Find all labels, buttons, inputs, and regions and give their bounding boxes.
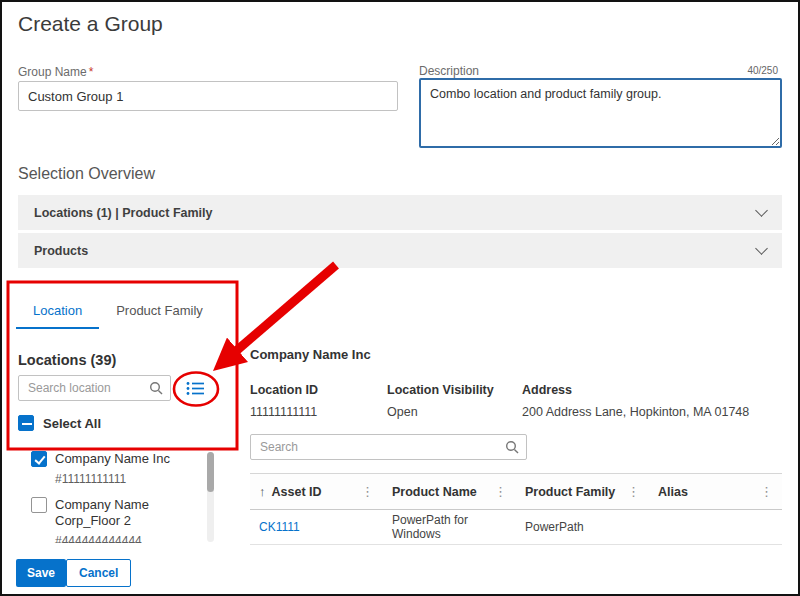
product-family-cell: PowerPath: [516, 510, 649, 544]
location-checkbox[interactable]: [31, 497, 47, 513]
asset-id-link[interactable]: CK1111: [250, 510, 383, 544]
locations-count-heading: Locations (39): [18, 352, 116, 368]
annotation-arrow: [228, 265, 336, 358]
chevron-down-icon: [755, 204, 768, 217]
accordion-label: Locations (1) | Product Family: [34, 206, 213, 220]
column-header-product-name[interactable]: Product Name ⋮: [383, 474, 516, 509]
column-menu-icon[interactable]: ⋮: [361, 484, 374, 499]
asset-search-box: [250, 434, 527, 460]
accordion-locations-product-family[interactable]: Locations (1) | Product Family: [18, 195, 782, 230]
location-id-field: Location ID 11111111111: [250, 383, 318, 419]
list-item[interactable]: Company Name Corp_Floor 2 #444444444444: [31, 497, 203, 543]
list-view-icon: [186, 381, 205, 396]
column-header-asset-id[interactable]: ↑ Asset ID ⋮: [250, 474, 383, 509]
tab-product-family[interactable]: Product Family: [99, 295, 220, 329]
tab-location[interactable]: Location: [16, 295, 99, 329]
select-all-checkbox[interactable]: [18, 415, 34, 431]
cancel-button[interactable]: Cancel: [66, 559, 131, 587]
column-label: Asset ID: [272, 485, 322, 499]
column-menu-icon[interactable]: ⋮: [760, 484, 773, 499]
left-panel-tabs: Location Product Family: [16, 295, 220, 329]
list-item[interactable]: Company Name Inc #11111111111: [31, 451, 203, 486]
asset-table: ↑ Asset ID ⋮ Product Name ⋮ Product Fami…: [250, 473, 782, 545]
field-value: Open: [387, 405, 494, 419]
table-row: CK1111 PowerPath for Windows PowerPath: [250, 510, 782, 545]
column-header-product-family[interactable]: Product Family ⋮: [516, 474, 649, 509]
list-view-button[interactable]: [179, 377, 211, 400]
location-visibility-field: Location Visibility Open: [387, 383, 494, 419]
location-id: #444444444444: [55, 534, 173, 543]
field-label: Address: [522, 383, 749, 397]
column-label: Product Name: [392, 485, 477, 499]
location-id: #11111111111: [55, 472, 170, 486]
location-item-text: Company Name Corp_Floor 2 #444444444444: [55, 497, 173, 543]
chevron-down-icon: [755, 242, 768, 255]
field-label: Location ID: [250, 383, 318, 397]
alias-cell: [649, 510, 782, 544]
group-name-label: Group Name*: [18, 65, 93, 79]
company-name-heading: Company Name Inc: [250, 347, 371, 362]
column-label: Alias: [658, 485, 688, 499]
field-label: Location Visibility: [387, 383, 494, 397]
select-all-row[interactable]: Select All: [18, 415, 101, 431]
select-all-label: Select All: [43, 416, 101, 431]
scrollbar[interactable]: [207, 452, 214, 542]
asset-table-header: ↑ Asset ID ⋮ Product Name ⋮ Product Fami…: [250, 473, 782, 510]
asset-search-input[interactable]: [251, 440, 505, 454]
search-icon: [505, 440, 519, 454]
column-menu-icon[interactable]: ⋮: [627, 484, 640, 499]
selection-overview-title: Selection Overview: [18, 165, 155, 183]
address-field: Address 200 Address Lane, Hopkinton, MA …: [522, 383, 749, 419]
column-label: Product Family: [525, 485, 615, 499]
sort-ascending-icon[interactable]: ↑: [259, 484, 266, 499]
column-menu-icon[interactable]: ⋮: [494, 484, 507, 499]
required-asterisk: *: [89, 65, 94, 79]
save-button[interactable]: Save: [16, 559, 66, 587]
accordion-products[interactable]: Products: [18, 233, 782, 268]
location-name: Company Name Corp_Floor 2: [55, 497, 173, 529]
char-counter: 40/250: [747, 65, 778, 76]
accordion-label: Products: [34, 244, 88, 258]
location-checkbox[interactable]: [31, 451, 47, 467]
column-header-alias[interactable]: Alias ⋮: [649, 474, 782, 509]
location-name: Company Name Inc: [55, 451, 170, 467]
scrollbar-thumb[interactable]: [207, 452, 214, 492]
field-value: 11111111111: [250, 405, 318, 419]
product-name-cell: PowerPath for Windows: [383, 510, 516, 544]
location-list: Company Name Inc #11111111111 Company Na…: [31, 451, 203, 543]
create-group-page: Create a Group Group Name* Description 4…: [0, 0, 800, 596]
page-title: Create a Group: [18, 12, 163, 36]
description-label: Description: [419, 64, 479, 78]
location-search-input[interactable]: [19, 381, 149, 395]
location-search-box: [18, 375, 171, 401]
group-name-input[interactable]: [18, 81, 398, 111]
field-value: 200 Address Lane, Hopkinton, MA 01748: [522, 405, 749, 419]
description-textarea[interactable]: Combo location and product family group.: [419, 78, 782, 148]
group-name-label-text: Group Name: [18, 65, 87, 79]
location-item-text: Company Name Inc #11111111111: [55, 451, 170, 486]
search-icon: [149, 381, 163, 395]
